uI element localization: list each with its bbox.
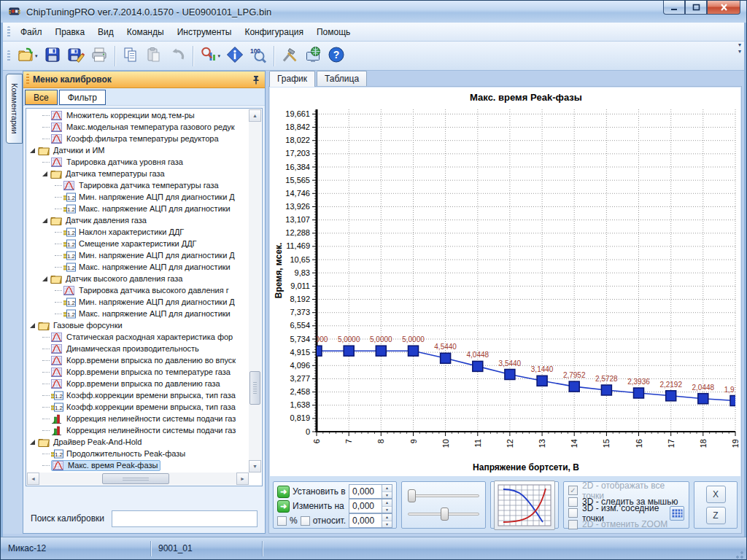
apply-change-button[interactable]: ➜ [277,500,290,513]
calibration-panel-header[interactable]: Меню калибровок [23,71,265,88]
spin-up-arrow[interactable]: ▲ [382,485,392,491]
tree-horizontal-scrollbar[interactable]: ◄ ► [27,472,249,485]
tree-item[interactable]: 1.2Макс. напряжение АЦП для диагностики [27,308,249,319]
expander-icon[interactable] [30,440,35,445]
copy-button[interactable] [120,44,142,68]
tree-item[interactable]: Коэфф.фильтра температуры редуктора [27,133,249,144]
spin-up-arrow[interactable]: ▲ [382,514,392,521]
title-bar[interactable]: ChipTuningPRO ver.7.2014.0.1570 - UE0900… [1,1,746,23]
option-checkbox[interactable]: ✓ [568,486,578,495]
menu-item[interactable]: Конфигурация [238,24,310,40]
dropdown-caret-icon[interactable]: ▾ [218,53,221,59]
tree-item[interactable]: Тарировка датчика уровня газа [27,156,249,168]
expander-icon[interactable] [30,148,35,153]
save-button[interactable] [42,44,63,68]
search-input[interactable] [112,510,258,527]
toolbar-grip[interactable] [7,50,10,62]
save-as-button[interactable] [65,44,87,68]
relative-value-spinner[interactable]: 0,000 ▲ ▼ [349,513,392,528]
tree-item[interactable]: Тарировка датчика высокого давления г [27,284,249,296]
x-axis-button[interactable]: X [706,486,726,503]
tree-folder[interactable]: Драйвер Peak-And-Hold [27,436,249,448]
tree-item[interactable]: 1.2Мин. напряжение АЦП для диагностики Д [27,296,249,308]
menu-item[interactable]: Вид [91,24,120,40]
tree-folder[interactable]: Датчик давления газа [27,214,249,226]
expander-icon[interactable] [42,276,47,281]
spin-down-arrow[interactable]: ▼ [382,521,392,528]
chart-area[interactable]: 00,8191,6382,4583,2774,0964,9155,7346,55… [270,88,740,476]
toolbar-overflow-chevron[interactable]: ▾▾ [735,42,744,55]
tab-all[interactable]: Все [25,90,58,105]
spin-down-arrow[interactable]: ▼ [382,491,392,499]
help-button[interactable]: ? [325,44,347,68]
spin-down-arrow[interactable]: ▼ [382,506,392,513]
tree-item[interactable]: Корр.времени впрыска по температуре газа [27,366,249,378]
scroll-up-arrow[interactable]: ▲ [249,109,261,122]
tree-item[interactable]: Статическая расходная характеристика фор [27,331,249,343]
horizontal-scroll-thumb[interactable] [102,473,169,484]
menu-item[interactable]: Инструменты [171,24,239,40]
option-checkbox[interactable] [568,508,578,518]
option-checkbox[interactable] [568,497,578,507]
info-button[interactable] [224,44,246,68]
minimize-button[interactable] [663,1,685,15]
expander-icon[interactable] [42,218,47,223]
scroll-down-arrow[interactable]: ▼ [249,460,261,472]
tree-item[interactable]: Коррекция нелинейности системы подачи га… [27,424,249,436]
dropdown-caret-icon[interactable]: ▾ [35,53,38,59]
slider-1[interactable] [406,489,481,502]
option-checkbox[interactable] [568,520,578,529]
zoom-100-button[interactable]: 100 [247,44,269,68]
tree-item[interactable]: Корр.времени впрыска по давлению во впус… [27,354,249,366]
print-button[interactable] [88,44,110,68]
menu-item[interactable]: Помощь [310,24,357,40]
relative-checkbox[interactable] [301,516,310,526]
scroll-right-arrow[interactable]: ► [236,472,249,485]
tree-folder[interactable]: Датчики и ИМ [27,144,249,156]
tree-item[interactable]: 1.2Наклон характеристики ДДГ [27,226,249,238]
tree-item[interactable]: Динамическая производительность [27,343,249,354]
scroll-left-arrow[interactable]: ◄ [27,472,39,485]
tree-item[interactable]: 1.2Макс. напряжение АЦП для диагностики [27,203,249,214]
set-value-spinner[interactable]: 0,000 ▲ ▼ [349,484,392,499]
tree-item[interactable]: 1.2Мин. напряжение АЦП для диагностики Д [27,191,249,203]
view-mode-button[interactable]: ▾ [198,44,223,68]
maximize-button[interactable] [685,1,707,15]
z-axis-button[interactable]: Z [706,507,726,524]
expander-icon[interactable] [30,323,35,328]
tab-table[interactable]: Таблица [317,71,367,86]
grid-table-button[interactable] [670,506,684,521]
menu-item[interactable]: Файл [14,24,49,40]
apply-set-button[interactable]: ➜ [277,486,290,498]
tree-item[interactable]: Макс. время Peak-фазы [27,459,249,471]
tree-item[interactable]: 1.2Коэфф.коррекции времени впрыска, тип … [27,389,249,401]
slider-thumb[interactable] [441,508,449,521]
curve-preview-button[interactable] [494,481,555,530]
paste-button[interactable] [143,44,165,68]
tab-chart[interactable]: График [269,71,315,87]
tree-item[interactable]: Макс.модельная температура газового реду… [27,121,249,133]
tab-filter[interactable]: Фильтр [59,90,106,105]
resize-grip[interactable] [734,549,744,559]
pin-icon[interactable] [252,75,260,85]
menu-grip[interactable] [7,26,10,38]
tree-item[interactable]: Коррекция нелинейности системы подачи га… [27,413,249,424]
tree-folder[interactable]: Датчика температуры газа [27,168,249,179]
close-button[interactable] [707,1,740,15]
tree-item[interactable]: 1.2Мин. напряжение АЦП для диагностики Д [27,249,249,261]
tree-item[interactable]: Множитель коррекции мод.тем-ры [27,109,249,121]
tools-button[interactable] [279,44,301,68]
slider-2[interactable] [406,508,481,521]
tree-vertical-scrollbar[interactable]: ▲ ▼ [249,109,261,472]
open-button[interactable]: ▾ [15,44,40,68]
tree-item[interactable]: Корр.времени впрыска по давлению газа [27,378,249,389]
expander-icon[interactable] [42,171,47,176]
undo-button[interactable] [166,44,188,68]
slider-thumb[interactable] [408,489,416,502]
tree-folder[interactable]: Газовые форсунки [27,319,249,331]
spin-up-arrow[interactable]: ▲ [382,499,392,506]
tree-item[interactable]: 1.2Смещение характеристики ДДГ [27,238,249,249]
vertical-scroll-thumb[interactable] [249,371,260,405]
tree-item[interactable]: 1.2Коэфф.коррекции времени впрыска, тип … [27,401,249,413]
line-chart[interactable]: 00,8191,6382,4583,2774,0964,9155,7346,55… [270,88,743,476]
